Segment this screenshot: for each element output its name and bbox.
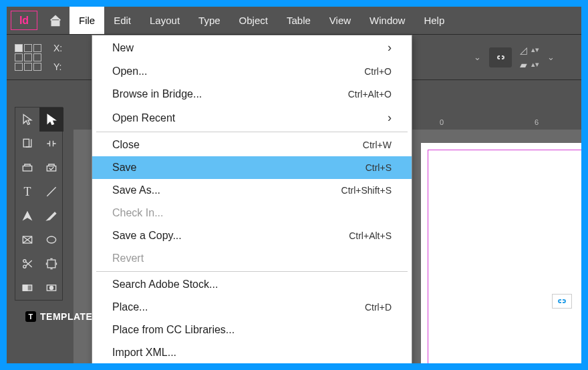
menu-type[interactable]: Type [189,7,230,34]
menu-item-open[interactable]: Open...Ctrl+O [92,60,412,83]
submenu-arrow-icon: › [388,41,392,55]
menu-item-place[interactable]: Place...Ctrl+D [92,296,412,319]
home-button[interactable] [41,7,69,34]
menu-item-label: Revert [112,252,144,264]
menu-item-label: Save As... [112,184,160,196]
content-collector-tool[interactable] [15,156,39,180]
menu-item-place-from-cc-libraries[interactable]: Place from CC Libraries... [92,319,412,341]
menu-item-new[interactable]: New› [92,35,412,60]
menu-item-save-a-copy[interactable]: Save a Copy...Ctrl+Alt+S [92,224,412,247]
menu-item-search-adobe-stock[interactable]: Search Adobe Stock... [92,273,412,296]
menu-shortcut: Ctrl+Shift+S [341,185,392,196]
menu-item-label: Place... [112,301,148,313]
chevron-down-icon[interactable]: ⌄ [547,52,555,62]
menu-item-label: Close [112,139,140,151]
document-page[interactable] [421,143,581,363]
ruler-tick: 0 [440,118,444,126]
type-tool[interactable]: T [15,180,39,204]
control-bar-right: ⌄ ◿▴▾ ▰▴▾ ⌄ [474,45,555,70]
menu-items: FileEditLayoutTypeObjectTableViewWindowH… [69,7,454,34]
gap-tool[interactable] [39,132,63,156]
watermark: T TEMPLATE.NET [25,311,115,322]
shear-icon: ◿ [520,45,527,55]
fill-swatch-icon: ▰ [520,59,527,70]
gradient-feather-tool[interactable] [39,276,63,300]
selection-tool[interactable] [15,108,39,132]
menu-item-label: Open... [112,65,147,77]
menu-item-label: Save a Copy... [112,230,182,242]
menu-item-label: Check In... [112,207,163,219]
menu-item-open-recent[interactable]: Open Recent› [92,106,412,130]
link-constrain-button[interactable] [489,47,512,67]
menu-shortcut: Ctrl+Alt+S [349,230,392,241]
menu-item-save-as[interactable]: Save As...Ctrl+Shift+S [92,179,412,202]
x-label: X: [53,43,62,53]
pen-tool[interactable] [15,204,39,228]
menu-edit[interactable]: Edit [104,7,140,34]
menu-item-label: Search Adobe Stock... [112,279,218,291]
menu-view[interactable]: View [320,7,360,34]
chain-icon [556,297,568,305]
menu-table[interactable]: Table [277,7,320,34]
watermark-logo: T [25,311,36,322]
y-label: Y: [53,61,62,72]
menu-item-label: Place from CC Libraries... [112,324,235,336]
page-tool[interactable] [15,132,39,156]
menu-item-close[interactable]: CloseCtrl+W [92,134,412,156]
menu-item-label: Open Recent [112,112,175,124]
menu-shortcut: Ctrl+O [364,66,392,77]
menu-item-import-xml[interactable]: Import XML... [92,341,412,363]
content-placer-tool[interactable] [39,156,63,180]
svg-point-4 [47,236,55,243]
menu-separator [96,271,408,272]
gradient-swatch-tool[interactable] [15,276,39,300]
svg-rect-7 [47,260,55,268]
stepper-icon[interactable]: ▴▾ [531,60,539,69]
menu-separator [96,132,408,132]
menu-item-check-in: Check In... [92,202,412,224]
menu-shortcut: Ctrl+S [365,162,392,173]
menu-shortcut: Ctrl+Alt+O [348,89,392,100]
watermark-brand: TEMPLATE [40,311,92,322]
tools-panel: T [15,107,63,301]
menu-shortcut: Ctrl+W [363,140,392,150]
reference-point-grid[interactable] [15,44,41,71]
menu-window[interactable]: Window [360,7,414,34]
svg-rect-2 [47,166,55,172]
margin-guide [428,150,581,363]
stepper-icon[interactable]: ▴▾ [531,45,539,54]
app-logo[interactable]: Id [11,11,37,30]
menu-object[interactable]: Object [230,7,277,34]
menu-file[interactable]: File [69,7,104,34]
svg-rect-0 [23,139,29,147]
link-badge[interactable] [552,294,572,309]
xy-labels: X: Y: [53,43,62,72]
svg-rect-1 [23,166,31,172]
rectangle-frame-tool[interactable] [15,228,39,252]
menu-item-save[interactable]: SaveCtrl+S [92,156,412,179]
watermark-net: .NET [92,311,115,322]
menu-item-label: New [112,42,134,54]
menu-help[interactable]: Help [414,7,454,34]
svg-rect-9 [23,285,27,291]
home-icon [49,14,62,27]
menu-layout[interactable]: Layout [140,7,189,34]
menu-item-label: Browse in Bridge... [112,88,202,100]
menu-item-revert: Revert [92,247,412,270]
menubar: Id FileEditLayoutTypeObjectTableViewWind… [7,7,581,35]
menu-shortcut: Ctrl+D [365,302,392,313]
chevron-down-icon[interactable]: ⌄ [474,52,481,62]
menu-item-browse-in-bridge[interactable]: Browse in Bridge...Ctrl+Alt+O [92,83,412,106]
ellipse-tool[interactable] [39,228,63,252]
file-menu-dropdown: New›Open...Ctrl+OBrowse in Bridge...Ctrl… [92,35,412,363]
ruler-tick: 6 [535,118,539,126]
direct-selection-tool[interactable] [39,108,63,132]
svg-point-11 [50,287,53,290]
line-tool[interactable] [39,180,63,204]
scissors-tool[interactable] [15,252,39,276]
menu-item-label: Save [112,162,136,174]
chain-icon [494,53,506,61]
app-logo-text: Id [19,15,29,27]
pencil-tool[interactable] [39,204,63,228]
free-transform-tool[interactable] [39,252,63,276]
